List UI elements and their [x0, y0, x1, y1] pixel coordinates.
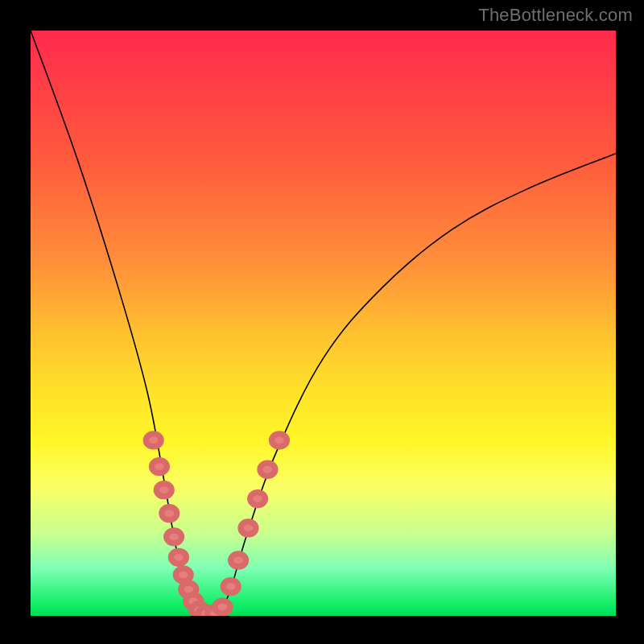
chart-frame: TheBottleneck.com: [0, 0, 644, 644]
highlight-marker: [162, 507, 177, 520]
highlight-marker: [231, 554, 246, 567]
highlight-marker: [250, 493, 266, 506]
highlight-marker: [175, 568, 191, 581]
highlight-marker: [167, 530, 182, 543]
highlight-marker: [146, 434, 161, 447]
highlight-marker: [215, 601, 230, 613]
plot-area: [31, 31, 616, 616]
highlight-marker: [272, 434, 287, 447]
highlight-marker: [156, 484, 171, 497]
curve-left-branch: [31, 31, 200, 613]
highlight-markers: [146, 434, 287, 616]
curve-layer: [31, 31, 616, 616]
highlight-marker: [260, 463, 275, 476]
curve-right-branch: [218, 154, 616, 613]
highlight-marker: [241, 522, 256, 535]
watermark-text: TheBottleneck.com: [478, 5, 633, 26]
highlight-marker: [151, 460, 167, 473]
highlight-marker: [223, 580, 238, 593]
highlight-marker: [171, 551, 186, 564]
